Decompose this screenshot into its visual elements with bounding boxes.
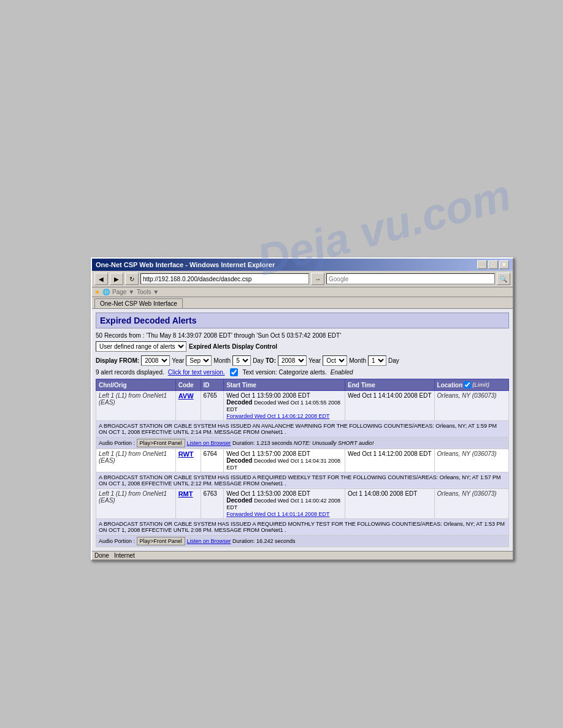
forwarded-link-1[interactable]: Forwarded Wed Oct 1 14:06:12 2008 EDT [226, 413, 329, 419]
search-button[interactable]: 🔍 [497, 273, 510, 285]
to-day-label: Day [388, 357, 399, 364]
records-info: 50 Records from : 'Thu May 8 14:39:07 20… [96, 332, 509, 339]
col-code: Code [175, 379, 201, 391]
to-year-label: Year [308, 357, 321, 364]
window-controls: _ □ ✕ [477, 260, 509, 269]
internet-zone: Internet [114, 552, 135, 559]
code-link-1[interactable]: AVW [178, 392, 194, 400]
audio-cell-1: Audio Portion : Play>Front Panel Listen … [96, 438, 509, 449]
end-time-cell-2: Wed Oct 1 14:12:00 2008 EDT [345, 449, 434, 472]
channel-cell-1: Left 1 (L1) from OneNet1 (EAS) [96, 391, 176, 421]
toolbar-page-label: Page ▼ [112, 289, 134, 295]
to-day-select[interactable]: 1 [368, 355, 386, 366]
message-text-2: A BROADCAST STATION OR CABLE SYSTEM HAS … [96, 472, 509, 489]
message-text-3: A BROADCAST STATION OR CABLE SYSTEM HAS … [96, 519, 509, 536]
col-start-time: Start Time [224, 379, 345, 391]
address-bar: ◀ ▶ ↻ → 🔍 [92, 271, 513, 287]
favorites-star: ★ [94, 289, 100, 295]
code-link-3[interactable]: RMT [178, 490, 193, 498]
search-input[interactable] [326, 273, 495, 284]
message-text-1: A BROADCAST STATION OR CABLE SYSTEM HAS … [96, 421, 509, 438]
month-label: Month [213, 357, 231, 364]
tab-label: One-Net CSP Web Interface [100, 300, 177, 307]
listen-link-3[interactable]: Listen on Browser [186, 538, 231, 544]
toolbar-tools-label: Tools ▼ [137, 289, 159, 295]
from-year-select[interactable]: 2008 [141, 355, 170, 366]
audio-row-1: Audio Portion : Play>Front Panel Listen … [96, 438, 509, 449]
alerts-count: 9 alert records displayed. [96, 369, 164, 376]
table-row: Left 1 (L1) from OneNet1 (EAS) AVW 6765 … [96, 391, 509, 421]
text-version-link[interactable]: Click for text version. [168, 369, 225, 376]
code-cell-1: AVW [175, 391, 201, 421]
audio-row-3: Audio Portion : Play>Front Panel Listen … [96, 536, 509, 547]
display-from-label: Display FROM: [96, 357, 139, 364]
id-cell-1: 6765 [201, 391, 224, 421]
toolbar: ★ 🌐 Page ▼ Tools ▼ [92, 287, 513, 297]
to-month-label: Month [349, 357, 366, 364]
text-version-label: Text version: Categorize alerts. [243, 369, 327, 376]
to-label: TO: [266, 357, 276, 364]
title-bar: One-Net CSP Web Interface - Windows Inte… [92, 259, 513, 271]
browser-window: One-Net CSP Web Interface - Windows Inte… [91, 257, 514, 561]
end-time-cell-1: Wed Oct 1 14:14:00 2008 EDT [345, 391, 434, 421]
main-tab[interactable]: One-Net CSP Web Interface [94, 298, 183, 308]
display-control: User defined range of alerts Expired Ale… [96, 341, 509, 352]
minimize-button[interactable]: _ [477, 260, 487, 269]
id-cell-3: 6763 [201, 489, 224, 519]
page-title: Expired Decoded Alerts [96, 313, 509, 328]
play-button-1[interactable]: Play>Front Panel [137, 439, 185, 447]
listen-link-1[interactable]: Listen on Browser [186, 440, 231, 446]
close-button[interactable]: ✕ [499, 260, 509, 269]
year-label: Year [172, 357, 184, 364]
from-day-select[interactable]: 5 [232, 355, 251, 366]
page-content: Expired Decoded Alerts 50 Records from :… [92, 309, 513, 551]
audio-note-1: NOTE: Unusually SHORT audio! [294, 440, 373, 446]
message-row-2: A BROADCAST STATION OR CABLE SYSTEM HAS … [96, 472, 509, 489]
table-row: Left 1 (L1) from OneNet1 (EAS) RMT 6763 … [96, 489, 509, 519]
message-row-3: A BROADCAST STATION OR CABLE SYSTEM HAS … [96, 519, 509, 536]
to-year-select[interactable]: 2008 [278, 355, 307, 366]
tab-bar: One-Net CSP Web Interface [92, 297, 513, 309]
status-bar: Done Internet [92, 551, 513, 559]
forwarded-link-3[interactable]: Forwarded Wed Oct 1 14:01:14 2008 EDT [226, 511, 329, 517]
code-link-2[interactable]: RWT [178, 450, 194, 458]
location-cell-2: Orleans, NY (036073) [434, 449, 508, 472]
browser-title: One-Net CSP Web Interface - Windows Inte… [96, 261, 275, 268]
address-input[interactable] [140, 273, 309, 284]
to-month-select[interactable]: Oct [323, 355, 347, 366]
location-cell-3: Orleans, NY (036073) [434, 489, 508, 519]
start-time-cell-2: Wed Oct 1 13:57:00 2008 EDT Decoded Deco… [224, 449, 345, 472]
from-month-select[interactable]: Sep [186, 355, 212, 366]
col-location: Location (Limit) [434, 379, 508, 391]
code-cell-3: RMT [175, 489, 201, 519]
location-checkbox[interactable] [464, 381, 471, 389]
expired-alerts-label: Expired Alerts Display Control [189, 343, 277, 350]
enabled-label: Enabled [331, 369, 353, 376]
refresh-button[interactable]: ↻ [125, 273, 139, 285]
channel-cell-2: Left 1 (L1) from OneNet1 (EAS) [96, 449, 176, 472]
message-row-1: A BROADCAST STATION OR CABLE SYSTEM HAS … [96, 421, 509, 438]
code-cell-2: RWT [175, 449, 201, 472]
forward-button[interactable]: ▶ [110, 273, 123, 285]
end-time-cell-3: Oct 1 14:08:00 2008 EDT [345, 489, 434, 519]
table-row: Left 1 (L1) from OneNet1 (EAS) RWT 6764 … [96, 449, 509, 472]
status-text: Done [94, 552, 109, 559]
day-label-from: Day [253, 357, 264, 364]
maximize-button[interactable]: □ [488, 260, 498, 269]
col-chnl-orig: Chnl/Orig [96, 379, 176, 391]
categorize-checkbox[interactable] [230, 368, 238, 376]
col-id: ID [201, 379, 224, 391]
id-cell-2: 6764 [201, 449, 224, 472]
location-cell-1: Orleans, NY (036073) [434, 391, 508, 421]
start-time-cell-3: Wed Oct 1 13:53:00 2008 EDT Decoded Deco… [224, 489, 345, 519]
channel-cell-3: Left 1 (L1) from OneNet1 (EAS) [96, 489, 176, 519]
play-button-3[interactable]: Play>Front Panel [137, 537, 185, 545]
go-button[interactable]: → [311, 273, 324, 285]
alerts-table: Chnl/Orig Code ID Start Time End Time Lo… [96, 379, 509, 547]
alerts-count-row: 9 alert records displayed. Click for tex… [96, 368, 509, 376]
start-time-cell-1: Wed Oct 1 13:59:00 2008 EDT Decoded Deco… [224, 391, 345, 421]
range-select[interactable]: User defined range of alerts [96, 341, 186, 352]
favicon: 🌐 [102, 289, 110, 295]
back-button[interactable]: ◀ [94, 273, 108, 285]
display-from-row: Display FROM: 2008 Year Sep Month 5 Day … [96, 355, 509, 366]
